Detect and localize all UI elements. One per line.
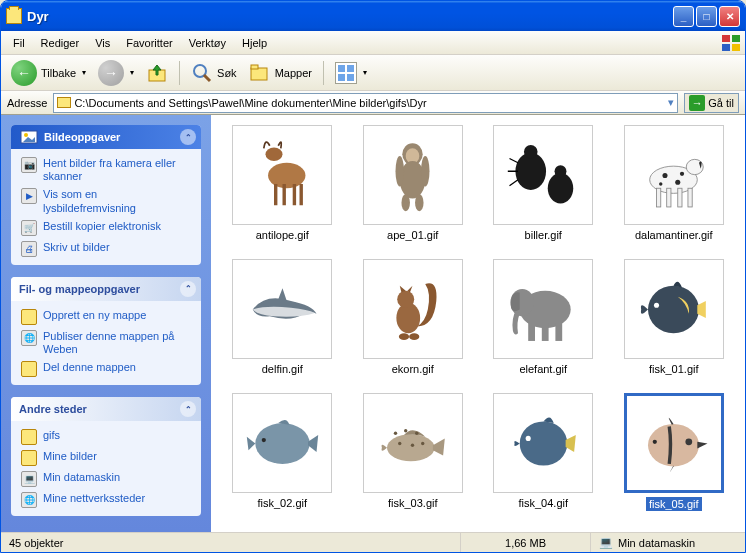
folder-icon bbox=[6, 8, 22, 24]
address-bar: Adresse C:\Documents and Settings\Pawel\… bbox=[1, 91, 745, 115]
chevron-down-icon: ▾ bbox=[363, 68, 367, 77]
svg-rect-7 bbox=[251, 68, 267, 80]
menu-edit[interactable]: Rediger bbox=[33, 34, 88, 52]
svg-rect-47 bbox=[528, 322, 535, 341]
svg-point-56 bbox=[404, 429, 407, 432]
task-new-folder[interactable]: Opprett en ny mappe bbox=[21, 309, 191, 325]
go-arrow-icon: → bbox=[689, 95, 705, 111]
menu-view[interactable]: Vis bbox=[87, 34, 118, 52]
collapse-icon[interactable]: ⌃ bbox=[180, 281, 196, 297]
collapse-icon[interactable]: ⌃ bbox=[180, 401, 196, 417]
go-label: Gå til bbox=[708, 97, 734, 109]
panel-header[interactable]: Bildeoppgaver ⌃ bbox=[11, 125, 201, 149]
menu-help[interactable]: Hjelp bbox=[234, 34, 275, 52]
svg-point-30 bbox=[554, 165, 566, 177]
file-thumbnail[interactable]: dalamantiner.gif bbox=[613, 125, 736, 241]
address-path: C:\Documents and Settings\Pawel\Mine dok… bbox=[74, 97, 668, 109]
file-thumbnail[interactable]: elefant.gif bbox=[482, 259, 605, 375]
panel-header[interactable]: Fil- og mappeoppgaver ⌃ bbox=[11, 277, 201, 301]
thumbnail-image bbox=[363, 125, 463, 225]
thumbnail-image bbox=[363, 259, 463, 359]
task-get-pictures[interactable]: 📷Hent bilder fra kamera eller skanner bbox=[21, 157, 191, 183]
body: Bildeoppgaver ⌃ 📷Hent bilder fra kamera … bbox=[1, 115, 745, 532]
print-icon: 🖨 bbox=[21, 241, 37, 257]
views-button[interactable]: ▾ bbox=[331, 59, 371, 87]
statusbar: 45 objekter 1,66 MB 💻 Min datamaskin bbox=[1, 532, 745, 552]
toolbar: ← Tilbake ▾ → ▾ Søk Mapper ▾ bbox=[1, 55, 745, 91]
back-button[interactable]: ← Tilbake ▾ bbox=[7, 57, 90, 89]
task-publish[interactable]: 🌐Publiser denne mappen på Weben bbox=[21, 330, 191, 356]
svg-rect-49 bbox=[555, 322, 562, 341]
chevron-down-icon[interactable]: ▾ bbox=[668, 96, 674, 109]
share-icon bbox=[21, 361, 37, 377]
svg-point-53 bbox=[261, 437, 265, 441]
svg-rect-48 bbox=[542, 322, 549, 341]
task-order-prints[interactable]: 🛒Bestill kopier elektronisk bbox=[21, 220, 191, 236]
panel-header[interactable]: Andre steder ⌃ bbox=[11, 397, 201, 421]
collapse-icon[interactable]: ⌃ bbox=[180, 129, 196, 145]
folders-label: Mapper bbox=[275, 67, 312, 79]
place-gifs[interactable]: gifs bbox=[21, 429, 191, 445]
minimize-button[interactable]: _ bbox=[673, 6, 694, 27]
svg-point-50 bbox=[648, 285, 699, 333]
file-list[interactable]: antilope.gifape_01.gifbiller.gifdalamant… bbox=[211, 115, 745, 532]
file-thumbnail[interactable]: fisk_04.gif bbox=[482, 393, 605, 511]
file-name: dalamantiner.gif bbox=[635, 229, 713, 241]
file-thumbnail[interactable]: ape_01.gif bbox=[352, 125, 475, 241]
place-network[interactable]: 🌐Mine nettverkssteder bbox=[21, 492, 191, 508]
menu-file[interactable]: Fil bbox=[5, 34, 33, 52]
svg-point-23 bbox=[415, 194, 424, 211]
folders-button[interactable]: Mapper bbox=[245, 59, 316, 87]
svg-point-52 bbox=[255, 423, 309, 464]
svg-point-37 bbox=[663, 172, 668, 177]
file-thumbnail[interactable]: fisk_02.gif bbox=[221, 393, 344, 511]
svg-point-44 bbox=[409, 333, 419, 340]
up-button[interactable] bbox=[142, 59, 172, 87]
menu-tools[interactable]: Verktøy bbox=[181, 34, 234, 52]
file-thumbnail[interactable]: fisk_05.gif bbox=[613, 393, 736, 511]
svg-point-62 bbox=[525, 435, 530, 440]
thumbnail-image bbox=[363, 393, 463, 493]
close-button[interactable]: ✕ bbox=[719, 6, 740, 27]
task-print[interactable]: 🖨Skriv ut bilder bbox=[21, 241, 191, 257]
svg-rect-1 bbox=[732, 35, 740, 42]
other-places-panel: Andre steder ⌃ gifs Mine bilder 💻Min dat… bbox=[11, 397, 201, 516]
place-pictures[interactable]: Mine bilder bbox=[21, 450, 191, 466]
task-slideshow[interactable]: ▶Vis som en lysbildefremvisning bbox=[21, 188, 191, 214]
thumbnail-image bbox=[232, 259, 332, 359]
address-input[interactable]: C:\Documents and Settings\Pawel\Mine dok… bbox=[53, 93, 678, 113]
svg-point-40 bbox=[659, 182, 662, 185]
file-thumbnail[interactable]: fisk_03.gif bbox=[352, 393, 475, 511]
place-computer[interactable]: 💻Min datamaskin bbox=[21, 471, 191, 487]
go-button[interactable]: → Gå til bbox=[684, 93, 739, 113]
file-thumbnail[interactable]: delfin.gif bbox=[221, 259, 344, 375]
file-thumbnail[interactable]: biller.gif bbox=[482, 125, 605, 241]
file-name: antilope.gif bbox=[256, 229, 309, 241]
maximize-button[interactable]: □ bbox=[696, 6, 717, 27]
forward-button[interactable]: → ▾ bbox=[94, 57, 138, 89]
camera-icon: 📷 bbox=[21, 157, 37, 173]
svg-line-6 bbox=[204, 75, 210, 81]
thumbnail-image bbox=[232, 393, 332, 493]
menu-favorites[interactable]: Favoritter bbox=[118, 34, 180, 52]
file-tasks-panel: Fil- og mappeoppgaver ⌃ Opprett en ny ma… bbox=[11, 277, 201, 385]
svg-point-21 bbox=[421, 155, 430, 186]
order-icon: 🛒 bbox=[21, 220, 37, 236]
thumbnail-image bbox=[624, 259, 724, 359]
folder-icon bbox=[21, 429, 37, 445]
file-thumbnail[interactable]: ekorn.gif bbox=[352, 259, 475, 375]
folder-icon bbox=[21, 450, 37, 466]
file-name: ape_01.gif bbox=[387, 229, 438, 241]
search-button[interactable]: Søk bbox=[187, 59, 241, 87]
panel-title: Bildeoppgaver bbox=[44, 131, 120, 143]
thumbnail-image bbox=[232, 125, 332, 225]
thumbnail-image bbox=[624, 125, 724, 225]
task-share[interactable]: Del denne mappen bbox=[21, 361, 191, 377]
svg-point-25 bbox=[524, 144, 538, 158]
titlebar[interactable]: Dyr _ □ ✕ bbox=[1, 1, 745, 31]
file-thumbnail[interactable]: fisk_01.gif bbox=[613, 259, 736, 375]
thumbnail-image bbox=[624, 393, 724, 493]
svg-point-39 bbox=[680, 171, 684, 175]
status-size: 1,66 MB bbox=[461, 533, 591, 552]
file-thumbnail[interactable]: antilope.gif bbox=[221, 125, 344, 241]
